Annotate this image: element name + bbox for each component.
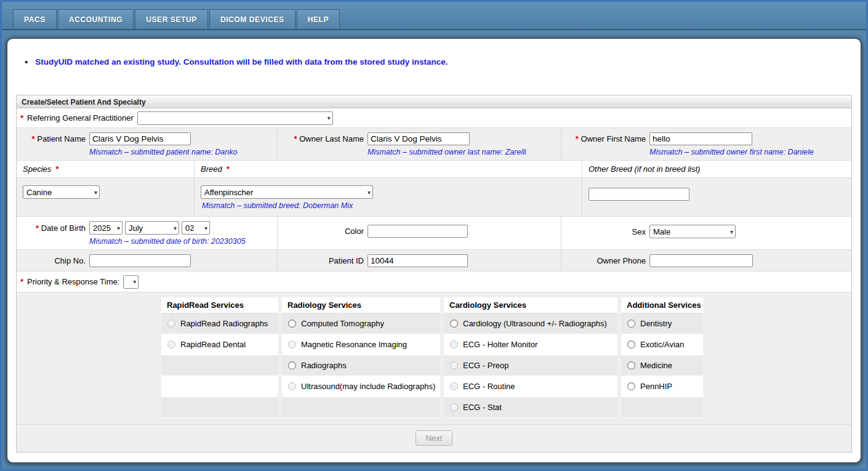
- service-option: RapidRead Radiographs: [161, 313, 278, 334]
- color-input[interactable]: [368, 225, 468, 238]
- required-asterisk: *: [20, 113, 23, 123]
- content-area: • StudyUID matched an existing study. Co…: [2, 30, 866, 469]
- priority-label: Priority & Response Time:: [27, 277, 119, 286]
- main-panel: • StudyUID matched an existing study. Co…: [7, 38, 861, 463]
- names-row: * Patient Name Mismatch – submitted pati…: [17, 127, 851, 160]
- services-column: Additional ServicesDentistryExotic/Avian…: [621, 297, 703, 418]
- radio-icon[interactable]: [627, 361, 635, 369]
- service-option-label: ECG - Preop: [463, 361, 508, 370]
- services-column: RapidRead ServicesRapidRead RadiographsR…: [161, 297, 278, 418]
- breed-header-label: Breed *: [194, 161, 582, 177]
- service-option-label: ECG - Routine: [463, 382, 515, 391]
- owner-first-name-input[interactable]: [649, 132, 752, 145]
- nav-tab-dicom-devices[interactable]: DICOM DEVICES: [209, 9, 295, 29]
- radio-icon: [288, 340, 296, 348]
- required-asterisk: *: [20, 277, 23, 286]
- chip-no-input[interactable]: [89, 254, 191, 267]
- chevron-down-icon: ▾: [730, 228, 733, 235]
- breed-select[interactable]: Affenpinscher ▾: [201, 185, 373, 199]
- patient-id-cell: Patient ID: [277, 250, 561, 271]
- patient-form: Create/Select Patient And Specialty * Re…: [16, 95, 852, 453]
- service-option-label: Exotic/Avian: [640, 340, 684, 349]
- breed-select-value: Affenpinscher: [204, 188, 253, 197]
- radio-icon[interactable]: [627, 340, 635, 348]
- service-option[interactable]: Computed Tomography: [282, 313, 440, 334]
- radio-icon[interactable]: [288, 361, 296, 369]
- service-option-label: Magnetic Resonance Imaging: [301, 340, 407, 349]
- service-option[interactable]: PennHIP: [621, 376, 703, 397]
- service-option[interactable]: Exotic/Avian: [621, 334, 703, 355]
- nav-tab-pacs[interactable]: PACS: [13, 9, 57, 29]
- species-select[interactable]: Canine ▾: [23, 185, 100, 199]
- section-title: Create/Select Patient And Specialty: [17, 95, 851, 108]
- patient-id-label: Patient ID: [281, 256, 364, 265]
- owner-phone-label: Owner Phone: [565, 256, 646, 265]
- chip-row: Chip No. Patient ID Owner Phone: [17, 249, 851, 271]
- patient-name-input[interactable]: [89, 132, 191, 145]
- nav-tab-help[interactable]: HELP: [297, 9, 340, 29]
- nav-tab-user-setup[interactable]: USER SETUP: [135, 9, 208, 29]
- service-option-label: Ultrasound(may include Radiographs): [301, 382, 435, 391]
- radio-icon: [167, 340, 175, 348]
- nav-tab-accounting[interactable]: ACCOUNTING: [58, 9, 134, 29]
- chevron-down-icon: ▾: [368, 189, 371, 196]
- service-option[interactable]: Dentistry: [621, 313, 703, 334]
- service-option-label: Dentistry: [640, 319, 672, 328]
- species-select-value: Canine: [26, 188, 52, 197]
- dob-day-select[interactable]: 02 ▾: [182, 221, 210, 235]
- owner-last-name-label: * Owner Last Name: [281, 134, 364, 143]
- patient-name-mismatch: Mismatch – submitted patient name: Danko: [89, 148, 273, 156]
- owner-first-name-label: * Owner First Name: [565, 134, 646, 143]
- service-option[interactable]: Cardiology (Ultrasound +/- Radiographs): [444, 313, 617, 334]
- other-breed-cell: [582, 178, 851, 216]
- dob-month-select[interactable]: July ▾: [125, 221, 179, 235]
- owner-last-name-input[interactable]: [368, 132, 470, 145]
- radio-icon[interactable]: [627, 320, 635, 328]
- service-option[interactable]: Radiographs: [282, 355, 440, 376]
- breed-cell: Affenpinscher ▾ Mismatch – submitted bre…: [194, 178, 582, 216]
- patient-id-input[interactable]: [368, 254, 468, 267]
- chevron-down-icon: ▾: [204, 225, 207, 231]
- species-header-row: Species * Breed * Other Breed (if not in…: [17, 160, 851, 177]
- chevron-down-icon: ▾: [174, 225, 177, 231]
- service-empty-cell: [161, 376, 278, 397]
- other-breed-input[interactable]: [589, 188, 689, 201]
- radio-icon: [450, 340, 458, 348]
- sex-select[interactable]: Male ▾: [649, 225, 736, 238]
- radio-icon[interactable]: [450, 320, 458, 328]
- bullet-icon: •: [25, 57, 28, 66]
- color-cell: Color: [277, 217, 561, 249]
- service-option-label: ECG - Holter Monitor: [463, 340, 537, 349]
- priority-row: * Priority & Response Time: ▾: [17, 271, 851, 292]
- patient-name-label: * Patient Name: [20, 134, 86, 143]
- service-option: Magnetic Resonance Imaging: [282, 334, 440, 355]
- patient-name-cell: * Patient Name Mismatch – submitted pati…: [17, 128, 277, 160]
- service-option: ECG - Preop: [444, 355, 617, 376]
- chevron-down-icon: ▾: [328, 115, 331, 121]
- sex-label: Sex: [565, 227, 646, 236]
- service-option: Ultrasound(may include Radiographs): [282, 376, 440, 397]
- priority-select[interactable]: ▾: [123, 275, 139, 289]
- radio-icon: [450, 361, 458, 369]
- owner-phone-input[interactable]: [649, 254, 753, 267]
- dob-label: * Date of Birth: [20, 223, 86, 233]
- service-option[interactable]: Medicine: [621, 355, 703, 376]
- referring-gp-select[interactable]: ▾: [137, 111, 333, 125]
- owner-first-name-cell: * Owner First Name Mismatch – submitted …: [561, 128, 851, 160]
- dob-mismatch: Mismatch – submitted date of birth: 2023…: [89, 237, 273, 246]
- breed-mismatch: Mismatch – submitted breed: Doberman Mix: [202, 201, 578, 210]
- service-option-label: RapidRead Radiographs: [180, 319, 268, 328]
- radio-icon[interactable]: [288, 320, 296, 328]
- referring-gp-row: * Referring General Practitioner ▾: [17, 108, 851, 127]
- dob-row: * Date of Birth 2025 ▾ July ▾ 02: [17, 216, 851, 249]
- other-breed-header-label: Other Breed (if not in breed list): [582, 161, 851, 177]
- species-row: Canine ▾ Affenpinscher ▾ Mismatch – subm…: [17, 177, 851, 216]
- service-empty-cell: [621, 397, 703, 418]
- chevron-down-icon: ▾: [94, 189, 97, 196]
- dob-year-select[interactable]: 2025 ▾: [89, 221, 123, 235]
- service-option-label: ECG - Stat: [463, 403, 502, 412]
- radio-icon[interactable]: [627, 382, 635, 390]
- services-column-header: Additional Services: [621, 297, 703, 313]
- sex-cell: Sex Male ▾: [561, 217, 851, 249]
- next-button[interactable]: Next: [416, 430, 453, 446]
